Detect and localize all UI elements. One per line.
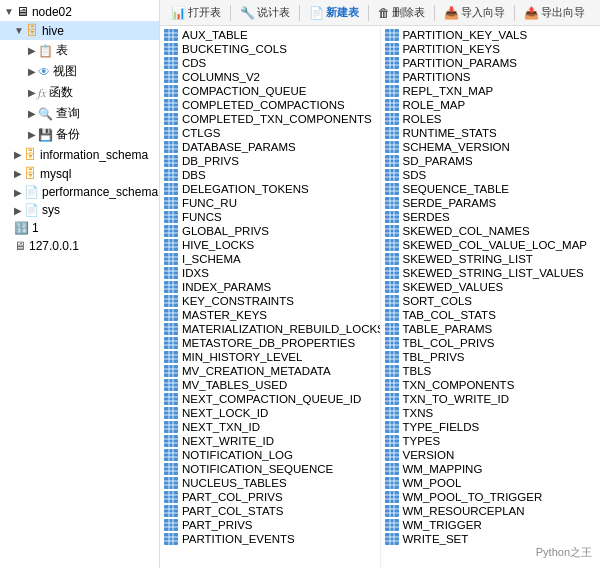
table-row[interactable]: CTLGS bbox=[160, 126, 380, 140]
table-row[interactable]: SERDES bbox=[381, 210, 601, 224]
table-row[interactable]: NEXT_COMPACTION_QUEUE_ID bbox=[160, 392, 380, 406]
table-row[interactable]: TBL_PRIVS bbox=[381, 350, 601, 364]
table-row[interactable]: TBL_COL_PRIVS bbox=[381, 336, 601, 350]
table-row[interactable]: NOTIFICATION_LOG bbox=[160, 448, 380, 462]
table-row[interactable]: COMPACTION_QUEUE bbox=[160, 84, 380, 98]
table-row[interactable]: SKEWED_VALUES bbox=[381, 280, 601, 294]
table-icon bbox=[164, 449, 178, 461]
table-row[interactable]: KEY_CONSTRAINTS bbox=[160, 294, 380, 308]
table-row[interactable]: PART_PRIVS bbox=[160, 518, 380, 532]
table-row[interactable]: NEXT_LOCK_ID bbox=[160, 406, 380, 420]
table-row[interactable]: MIN_HISTORY_LEVEL bbox=[160, 350, 380, 364]
table-row[interactable]: DATABASE_PARAMS bbox=[160, 140, 380, 154]
table-row[interactable]: SORT_COLS bbox=[381, 294, 601, 308]
new-table-button[interactable]: 📄 新建表 bbox=[304, 3, 364, 22]
open-table-button[interactable]: 📊 打开表 bbox=[166, 3, 226, 22]
table-row[interactable]: REPL_TXN_MAP bbox=[381, 84, 601, 98]
table-row[interactable]: NEXT_TXN_ID bbox=[160, 420, 380, 434]
table-name: CDS bbox=[182, 57, 206, 69]
db-sys[interactable]: ▶ 📄 sys bbox=[0, 201, 159, 219]
table-row[interactable]: CDS bbox=[160, 56, 380, 70]
table-row[interactable]: TXN_COMPONENTS bbox=[381, 378, 601, 392]
sidebar-functions[interactable]: ▶ 𝑓𝑥 函数 bbox=[0, 82, 159, 103]
table-name: NEXT_LOCK_ID bbox=[182, 407, 268, 419]
table-row[interactable]: RUNTIME_STATS bbox=[381, 126, 601, 140]
table-row[interactable]: SD_PARAMS bbox=[381, 154, 601, 168]
table-row[interactable]: MV_CREATION_METADATA bbox=[160, 364, 380, 378]
table-row[interactable]: PARTITIONS bbox=[381, 70, 601, 84]
table-row[interactable]: SKEWED_COL_NAMES bbox=[381, 224, 601, 238]
table-row[interactable]: NUCLEUS_TABLES bbox=[160, 476, 380, 490]
table-row[interactable]: HIVE_LOCKS bbox=[160, 238, 380, 252]
table-row[interactable]: NOTIFICATION_SEQUENCE bbox=[160, 462, 380, 476]
table-row[interactable]: TYPES bbox=[381, 434, 601, 448]
table-row[interactable]: WRITE_SET bbox=[381, 532, 601, 546]
table-row[interactable]: COMPLETED_COMPACTIONS bbox=[160, 98, 380, 112]
table-row[interactable]: FUNCS bbox=[160, 210, 380, 224]
sidebar-backups[interactable]: ▶ 💾 备份 bbox=[0, 124, 159, 145]
db-hive[interactable]: ▼ 🗄 hive bbox=[0, 21, 159, 40]
table-row[interactable]: COMPLETED_TXN_COMPONENTS bbox=[160, 112, 380, 126]
table-row[interactable]: PARTITION_KEYS bbox=[381, 42, 601, 56]
table-row[interactable]: PART_COL_PRIVS bbox=[160, 490, 380, 504]
table-row[interactable]: PARTITION_EVENTS bbox=[160, 532, 380, 546]
svg-rect-275 bbox=[385, 281, 399, 293]
table-row[interactable]: METASTORE_DB_PROPERTIES bbox=[160, 336, 380, 350]
table-row[interactable]: NEXT_WRITE_ID bbox=[160, 434, 380, 448]
table-row[interactable]: TYPE_FIELDS bbox=[381, 420, 601, 434]
table-row[interactable]: FUNC_RU bbox=[160, 196, 380, 210]
table-name: SKEWED_COL_NAMES bbox=[403, 225, 530, 237]
table-row[interactable]: COLUMNS_V2 bbox=[160, 70, 380, 84]
table-row[interactable]: MATERIALIZATION_REBUILD_LOCKS bbox=[160, 322, 380, 336]
table-row[interactable]: SERDE_PARAMS bbox=[381, 196, 601, 210]
table-row[interactable]: SKEWED_STRING_LIST bbox=[381, 252, 601, 266]
design-table-button[interactable]: 🔧 说计表 bbox=[235, 3, 295, 22]
table-row[interactable]: BUCKETING_COLS bbox=[160, 42, 380, 56]
table-row[interactable]: WM_RESOURCEPLAN bbox=[381, 504, 601, 518]
table-row[interactable]: TABLE_PARAMS bbox=[381, 322, 601, 336]
table-row[interactable]: I_SCHEMA bbox=[160, 252, 380, 266]
sidebar-queries[interactable]: ▶ 🔍 查询 bbox=[0, 103, 159, 124]
table-row[interactable]: WM_POOL bbox=[381, 476, 601, 490]
table-row[interactable]: WM_MAPPING bbox=[381, 462, 601, 476]
export-wizard-button[interactable]: 📤 导出向导 bbox=[519, 3, 590, 22]
other-ip[interactable]: ▶ 🖥 127.0.0.1 bbox=[0, 237, 159, 255]
table-row[interactable]: DELEGATION_TOKENS bbox=[160, 182, 380, 196]
table-row[interactable]: MASTER_KEYS bbox=[160, 308, 380, 322]
table-row[interactable]: TAB_COL_STATS bbox=[381, 308, 601, 322]
import-wizard-button[interactable]: 📥 导入向导 bbox=[439, 3, 510, 22]
table-row[interactable]: AUX_TABLE bbox=[160, 28, 380, 42]
table-row[interactable]: DB_PRIVS bbox=[160, 154, 380, 168]
table-row[interactable]: SKEWED_STRING_LIST_VALUES bbox=[381, 266, 601, 280]
table-row[interactable]: WM_TRIGGER bbox=[381, 518, 601, 532]
table-row[interactable]: ROLE_MAP bbox=[381, 98, 601, 112]
table-row[interactable]: PARTITION_PARAMS bbox=[381, 56, 601, 70]
table-row[interactable]: TBLS bbox=[381, 364, 601, 378]
table-row[interactable]: GLOBAL_PRIVS bbox=[160, 224, 380, 238]
table-row[interactable]: INDEX_PARAMS bbox=[160, 280, 380, 294]
table-row[interactable]: VERSION bbox=[381, 448, 601, 462]
table-icon bbox=[385, 99, 399, 111]
table-row[interactable]: PART_COL_STATS bbox=[160, 504, 380, 518]
table-row[interactable]: SCHEMA_VERSION bbox=[381, 140, 601, 154]
table-row[interactable]: MV_TABLES_USED bbox=[160, 378, 380, 392]
other-1[interactable]: ▶ 🔢 1 bbox=[0, 219, 159, 237]
table-list-col1: AUX_TABLE BUCKETING_COLS CDS COLUMNS_V2 … bbox=[160, 26, 381, 568]
table-row[interactable]: SEQUENCE_TABLE bbox=[381, 182, 601, 196]
table-row[interactable]: PARTITION_KEY_VALS bbox=[381, 28, 601, 42]
sidebar-views[interactable]: ▶ 👁 视图 bbox=[0, 61, 159, 82]
table-row[interactable]: IDXS bbox=[160, 266, 380, 280]
table-row[interactable]: SDS bbox=[381, 168, 601, 182]
db-information-schema[interactable]: ▶ 🗄 information_schema bbox=[0, 145, 159, 164]
server-node[interactable]: ▼ 🖥 node02 bbox=[0, 2, 159, 21]
db-performance-schema[interactable]: ▶ 📄 performance_schema bbox=[0, 183, 159, 201]
table-row[interactable]: WM_POOL_TO_TRIGGER bbox=[381, 490, 601, 504]
sidebar-tables[interactable]: ▶ 📋 表 bbox=[0, 40, 159, 61]
table-row[interactable]: DBS bbox=[160, 168, 380, 182]
table-row[interactable]: ROLES bbox=[381, 112, 601, 126]
table-row[interactable]: TXN_TO_WRITE_ID bbox=[381, 392, 601, 406]
delete-table-button[interactable]: 🗑 删除表 bbox=[373, 3, 430, 22]
db-mysql[interactable]: ▶ 🗄 mysql bbox=[0, 164, 159, 183]
table-row[interactable]: TXNS bbox=[381, 406, 601, 420]
table-row[interactable]: SKEWED_COL_VALUE_LOC_MAP bbox=[381, 238, 601, 252]
